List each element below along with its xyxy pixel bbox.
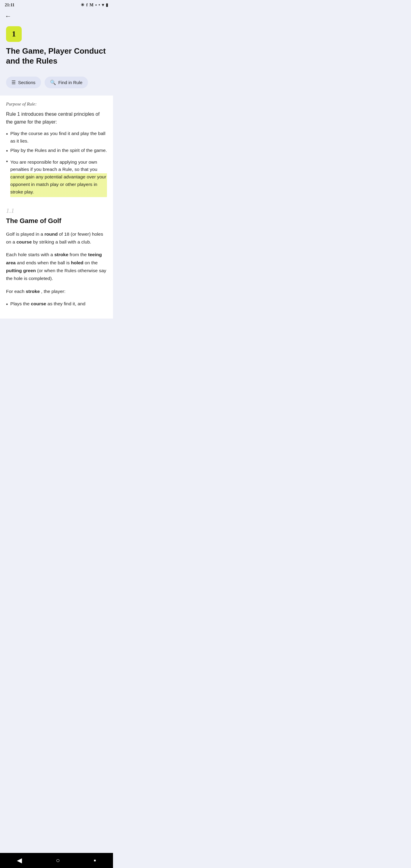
find-in-rule-button[interactable]: 🔍 Find in Rule: [44, 76, 88, 88]
rule-header: 1 The Game, Player Conduct and the Rules: [0, 23, 113, 72]
sections-icon: ☰: [11, 80, 16, 85]
facebook-icon: f: [86, 3, 88, 7]
purpose-bullet-list: Play the course as you find it and play …: [6, 130, 107, 197]
wifi-icon: ▾: [102, 2, 104, 7]
section-bullet-1: Plays the course as they find it, and: [10, 300, 85, 308]
game-icon: ✳: [81, 2, 84, 7]
main-content: Purpose of Rule: Rule 1 introduces these…: [0, 96, 113, 318]
status-bar: 21:11 ✳ f M ▪ • ▾ ▮: [0, 0, 113, 9]
dot-icon: •: [98, 3, 100, 7]
rule-number: 1: [12, 30, 16, 38]
sections-button[interactable]: ☰ Sections: [6, 76, 41, 88]
sections-label: Sections: [18, 80, 36, 85]
section-number: 1.1: [6, 207, 107, 215]
action-buttons-row: ☰ Sections 🔍 Find in Rule: [0, 72, 113, 88]
section-1-1: 1.1 The Game of Golf Golf is played in a…: [6, 207, 107, 309]
bullet-text-3: You are responsible for applying your ow…: [10, 157, 107, 197]
status-icons: ✳ f M ▪ • ▾ ▮: [81, 2, 108, 7]
list-item: You are responsible for applying your ow…: [6, 157, 107, 197]
back-arrow-icon[interactable]: ←: [5, 12, 11, 20]
bullet-text-1: Play the course as you find it and play …: [10, 130, 107, 145]
back-button-container[interactable]: ←: [0, 9, 113, 23]
purpose-label: Purpose of Rule:: [6, 101, 107, 107]
purpose-intro: Rule 1 introduces these central principl…: [6, 110, 107, 126]
rule-title: The Game, Player Conduct and the Rules: [6, 46, 107, 66]
status-time: 21:11: [5, 3, 14, 7]
square-icon: ▪: [95, 3, 97, 7]
section-bullet-list: Plays the course as they find it, and: [6, 300, 107, 309]
find-in-rule-icon: 🔍: [50, 80, 56, 85]
list-item: Plays the course as they find it, and: [6, 300, 107, 309]
section-paragraph-1: Golf is played in a round of 18 (or fewe…: [6, 230, 107, 246]
section-paragraph-2: Each hole starts with a stroke from the …: [6, 251, 107, 282]
find-in-rule-label: Find in Rule: [59, 80, 83, 85]
rule-number-badge: 1: [6, 26, 22, 42]
gmail-icon: M: [90, 3, 93, 7]
list-item: Play by the Rules and in the spirit of t…: [6, 147, 107, 156]
battery-icon: ▮: [106, 2, 108, 7]
section-title: The Game of Golf: [6, 217, 107, 225]
list-item: Play the course as you find it and play …: [6, 130, 107, 145]
bullet-text-2: Play by the Rules and in the spirit of t…: [10, 147, 107, 154]
section-paragraph-3: For each stroke , the player:: [6, 287, 107, 296]
